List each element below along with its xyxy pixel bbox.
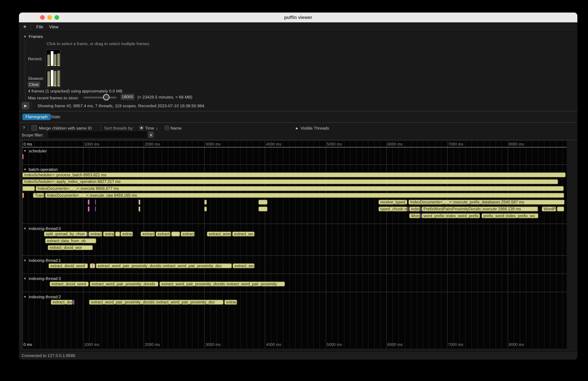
flame-marker[interactable] bbox=[95, 200, 96, 205]
flame-bar[interactable]: extract_ bbox=[156, 232, 170, 236]
flamegraph-canvas[interactable]: 0 ms0 ms1000 ms1000 ms2000 ms2000 ms3000… bbox=[22, 141, 567, 349]
merge-children-checkbox[interactable] bbox=[31, 125, 37, 131]
sort-direction-arrow-icon[interactable]: ↓ bbox=[156, 126, 158, 130]
sort-time-radio[interactable] bbox=[139, 125, 144, 130]
minimize-button[interactable] bbox=[47, 15, 52, 20]
frames-section-header[interactable]: ▼Frames bbox=[23, 34, 43, 39]
theme-sun-icon[interactable]: ☀ bbox=[23, 24, 27, 30]
flame-marker[interactable] bbox=[408, 207, 408, 211]
flame-bar[interactable] bbox=[258, 207, 268, 211]
flame-bar[interactable]: extract_wo bbox=[232, 232, 254, 236]
help-button[interactable]: ? bbox=[23, 125, 25, 130]
flame-bar[interactable]: IndexScheduler>::process_batch 8953.821 … bbox=[22, 172, 566, 177]
flame-bar[interactable]: PrefixWordPairsProximityDocids::execute … bbox=[422, 207, 538, 211]
flame-bar[interactable]: extract_word_pair_proximity_docids bbox=[90, 281, 158, 286]
flame-bar[interactable] bbox=[171, 232, 180, 236]
flame-bar[interactable] bbox=[115, 232, 120, 236]
frame-bar[interactable] bbox=[57, 70, 60, 86]
thread-header[interactable]: ▼indexing-thread:2 bbox=[23, 294, 61, 299]
flame-bar[interactable] bbox=[204, 200, 207, 205]
thread-header[interactable]: ▼indexing-thread:0 bbox=[23, 226, 61, 231]
frame-bar[interactable] bbox=[54, 54, 57, 66]
flame-bar[interactable]: extract_word_pair_proximity_docids::extr… bbox=[89, 300, 224, 305]
menu-file[interactable]: File bbox=[36, 25, 43, 29]
flame-bar[interactable]: extract_docid_word bbox=[48, 263, 88, 268]
scope-filter-clear-button[interactable]: x bbox=[148, 131, 154, 138]
flame-bar[interactable] bbox=[22, 186, 35, 191]
flame-bar[interactable]: WordPr bbox=[542, 207, 556, 211]
flame-bar[interactable]: Word bbox=[409, 213, 420, 218]
flame-bar[interactable]: extract_docid_wor bbox=[48, 245, 93, 250]
max-frames-slider[interactable] bbox=[84, 97, 117, 99]
flame-marker[interactable] bbox=[22, 193, 24, 198]
flame-bar[interactable]: index bbox=[409, 207, 420, 211]
sort-name-radio[interactable] bbox=[165, 125, 169, 130]
flame-bar[interactable] bbox=[258, 200, 268, 205]
scope-filter-input[interactable] bbox=[48, 131, 147, 138]
titlebar[interactable]: puffin viewer bbox=[19, 13, 577, 23]
play-button[interactable]: ▶ bbox=[22, 102, 30, 109]
flame-bar[interactable]: split_grenad_by_chun bbox=[44, 232, 87, 236]
flame-bar[interactable]: extract_word_pair_proximity_docids::extr… bbox=[159, 281, 285, 286]
flame-bar[interactable]: receive_typed_ bbox=[378, 200, 407, 205]
flame-bar[interactable]: extract bbox=[89, 232, 102, 236]
flame-bar[interactable]: extrac bbox=[121, 232, 133, 236]
flame-bar[interactable]: extract_word_pair_proximity_docids::extr… bbox=[96, 263, 232, 268]
flame-marker[interactable] bbox=[95, 207, 96, 211]
flame-bar[interactable]: typed_chunk::w bbox=[378, 207, 407, 211]
clear-button[interactable]: Clear bbox=[28, 81, 40, 87]
flame-bar[interactable]: extract_wo bbox=[232, 263, 254, 268]
visible-threads-toggle[interactable]: ▶Visible Threads bbox=[296, 126, 329, 130]
flame-marker[interactable] bbox=[88, 207, 89, 211]
flame-bar[interactable]: word_prefix::index_word_prefix_ bbox=[422, 213, 480, 218]
gridline bbox=[350, 141, 350, 349]
flame-bar[interactable]: extract_docid_word bbox=[50, 281, 89, 286]
maximize-button[interactable] bbox=[55, 15, 59, 20]
flame-marker[interactable] bbox=[88, 232, 88, 236]
merge-children-label[interactable]: Merge children with same ID bbox=[39, 126, 92, 130]
thread-header[interactable]: ▼indexing-thread:3 bbox=[23, 276, 61, 281]
max-frames-slider-knob[interactable] bbox=[103, 94, 109, 100]
flame-bar[interactable]: IndexDocuments<_, _>::execute_prefix_dat… bbox=[408, 200, 565, 205]
flame-marker[interactable] bbox=[139, 207, 140, 211]
sort-time-label[interactable]: Time bbox=[145, 126, 154, 130]
flame-bar[interactable]: extract::data_from_ob bbox=[45, 238, 96, 243]
flame-marker[interactable] bbox=[139, 200, 140, 205]
flame-bar[interactable]: Trans bbox=[33, 193, 44, 198]
flame-bar[interactable]: extrac bbox=[224, 300, 237, 305]
recent-frames-thumbnail[interactable] bbox=[46, 49, 61, 67]
tab-flamegraph[interactable]: Flamegraph bbox=[22, 114, 51, 120]
flame-bar[interactable] bbox=[557, 207, 564, 211]
thread-header[interactable]: ▼batch-operation bbox=[23, 167, 58, 172]
flame-bar[interactable]: extract_doc bbox=[51, 300, 73, 305]
flame-bar[interactable]: extract bbox=[181, 232, 195, 236]
frame-bar[interactable] bbox=[50, 70, 53, 86]
flame-marker[interactable] bbox=[22, 154, 23, 159]
slowest-frames-thumbnail[interactable] bbox=[46, 70, 61, 87]
flame-bar[interactable] bbox=[204, 207, 207, 211]
flame-marker[interactable] bbox=[73, 300, 74, 305]
frame-bar[interactable] bbox=[47, 71, 50, 86]
thread-header[interactable]: ▼scheduler bbox=[23, 148, 47, 153]
frame-bar[interactable] bbox=[54, 71, 57, 86]
thread-header[interactable]: ▼indexing-thread:1 bbox=[23, 258, 61, 262]
flame-bar[interactable]: prefix_word::index_prefix_wo bbox=[482, 213, 539, 218]
flame-marker[interactable] bbox=[92, 263, 93, 268]
flame-bar[interactable]: IndexDocuments<_, _>::execute_raw 8459.1… bbox=[45, 193, 564, 198]
flame-bar[interactable]: extra bbox=[103, 232, 114, 236]
max-frames-value[interactable]: 18000 bbox=[121, 94, 135, 100]
flame-marker[interactable] bbox=[420, 207, 421, 211]
close-button[interactable] bbox=[40, 15, 45, 20]
frame-bar[interactable] bbox=[47, 55, 50, 66]
frame-bar[interactable] bbox=[57, 53, 60, 66]
flame-marker[interactable] bbox=[88, 200, 89, 205]
flame-bar[interactable]: extract_ bbox=[141, 232, 155, 236]
flame-bar[interactable]: IndexDocuments<_, _>::execute 8656.677 m… bbox=[36, 186, 564, 191]
flame-bar[interactable]: extract_word bbox=[207, 232, 231, 236]
menu-view[interactable]: View bbox=[49, 25, 58, 29]
frame-bar[interactable] bbox=[50, 51, 53, 66]
flame-bar[interactable]: IndexScheduler>::apply_index_operation 8… bbox=[22, 179, 558, 184]
flame-marker[interactable] bbox=[420, 213, 421, 218]
sort-name-label[interactable]: Name bbox=[170, 126, 182, 130]
tab-stats[interactable]: Stats bbox=[51, 114, 61, 120]
